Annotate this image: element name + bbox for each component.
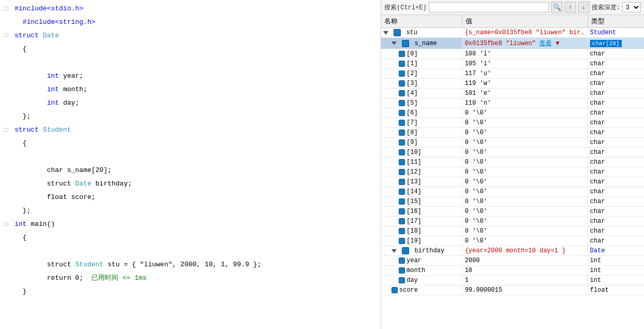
field-icon [399, 90, 405, 96]
code-line-12 [0, 150, 381, 164]
var-icon [402, 40, 409, 47]
row-value: 99.9000015 [463, 285, 587, 295]
field-icon [399, 80, 405, 87]
row-name: [0] [381, 49, 463, 59]
field-icon [399, 169, 405, 175]
row-type: char [587, 207, 644, 217]
code-line-8: int day; [0, 96, 381, 110]
row-type: char [587, 158, 644, 167]
row-type: char [587, 118, 644, 128]
col-header-type: 类型 [587, 15, 644, 28]
table-row: [13] 0 '\0' char [381, 177, 644, 187]
table-row: [0] 108 'l' char [381, 49, 644, 59]
row-name: [19] [381, 236, 463, 246]
code-line-14: struct Date birthday; [0, 177, 381, 191]
code-line-9: }; [0, 110, 381, 123]
fold-gutter-10[interactable]: □ [0, 123, 12, 137]
row-name: [1] [381, 59, 463, 69]
expand-icon[interactable] [391, 41, 397, 45]
search-up-btn[interactable]: ↑ [565, 2, 576, 13]
row-value: 0 '\0' [463, 197, 587, 207]
row-name: [18] [381, 226, 463, 236]
expand-icon[interactable] [383, 31, 388, 35]
field-icon [399, 120, 405, 126]
table-row: [9] 0 '\0' char [381, 138, 644, 148]
row-name: [16] [381, 207, 463, 217]
expand-icon[interactable] [391, 249, 397, 253]
row-type: char [587, 148, 644, 158]
row-type: float [587, 285, 644, 295]
fold-gutter-3[interactable]: □ [0, 29, 12, 42]
field-icon [399, 61, 405, 67]
code-line-11: { [0, 137, 381, 150]
row-name: [4] [381, 89, 463, 98]
row-value: 0 '\0' [463, 187, 587, 197]
table-row[interactable]: stu {s_name=0x0135fbe8 "liuwen" bir... S… [381, 28, 644, 38]
field-icon [391, 287, 398, 293]
depth-select[interactable]: 3 1 2 4 5 [622, 2, 641, 12]
search-input[interactable] [429, 2, 549, 12]
code-text-4: { [12, 42, 381, 56]
table-row: [8] 0 '\0' char [381, 128, 644, 138]
code-line-5 [0, 56, 381, 69]
code-text: #include<stdio.h> [12, 2, 381, 16]
row-type: Date [587, 246, 644, 256]
code-text-16: }; [12, 204, 381, 218]
table-row: [11] 0 '\0' char [381, 158, 644, 167]
row-type: char [587, 187, 644, 197]
row-type: char [587, 226, 644, 236]
table-row[interactable]: s_name 0x0135fbe8 "liuwen" 查看 ▼ char[20] [381, 38, 644, 49]
row-type: int [587, 266, 644, 276]
row-name: [13] [381, 177, 463, 187]
field-icon [399, 277, 405, 283]
code-text-15: float score; [12, 191, 381, 204]
row-type: int [587, 256, 644, 266]
row-name: [12] [381, 167, 463, 177]
row-value: 105 'i' [463, 59, 587, 69]
row-value: 2000 [463, 256, 587, 266]
table-row: [4] 101 'e' char [381, 89, 644, 98]
table-header: 名称 值 类型 [381, 15, 644, 28]
row-value: 0 '\0' [463, 158, 587, 167]
row-type: char[20] [587, 38, 644, 49]
table-row: day 1 int [381, 276, 644, 285]
row-type: char [587, 128, 644, 138]
table-row: [3] 119 'w' char [381, 79, 644, 89]
row-value: 0 '\0' [463, 167, 587, 177]
table-row: [14] 0 '\0' char [381, 187, 644, 197]
fold-gutter[interactable]: □ [0, 2, 12, 16]
field-icon [399, 51, 405, 57]
view-link[interactable]: 查看 [539, 40, 552, 47]
code-text-17: int main() [12, 218, 381, 231]
search-icon[interactable]: 🔍 [551, 2, 563, 13]
row-name: [3] [381, 79, 463, 89]
field-icon [399, 228, 405, 234]
code-text-18: { [12, 231, 381, 245]
row-type: char [587, 59, 644, 69]
row-name: [8] [381, 128, 463, 138]
table-row[interactable]: birthday {year=2000 month=10 day=1 } Dat… [381, 246, 644, 256]
search-bar: 搜索(Ctrl+E) 🔍 ↑ ↓ 搜索深度: 3 1 2 4 5 [381, 0, 644, 15]
row-value: 1 [463, 276, 587, 285]
code-line-3: □ struct Date [0, 29, 381, 42]
field-icon [399, 130, 405, 136]
row-value: 0 '\0' [463, 177, 587, 187]
fold-gutter-17[interactable]: □ [0, 218, 12, 231]
search-down-btn[interactable]: ↓ [578, 2, 590, 13]
code-text-8: int day; [12, 96, 381, 110]
row-value: 0 '\0' [463, 217, 587, 226]
field-icon [399, 179, 405, 185]
table-row: [6] 0 '\0' char [381, 108, 644, 118]
code-text-7: int month; [12, 83, 381, 96]
row-value: {s_name=0x0135fbe8 "liuwen" bir... [463, 28, 587, 38]
row-name: s_name [381, 38, 463, 49]
row-value: 10 [463, 266, 587, 276]
table-row: [15] 0 '\0' char [381, 197, 644, 207]
code-line-2: #include<string.h> [0, 16, 381, 29]
depth-label: 搜索深度: [592, 3, 620, 12]
table-row: [1] 105 'i' char [381, 59, 644, 69]
code-line-20: struct Student stu = { "liuwen", 2000, 1… [0, 258, 381, 271]
row-name: year [381, 256, 463, 266]
var-icon [402, 247, 409, 254]
row-name: [11] [381, 158, 463, 167]
